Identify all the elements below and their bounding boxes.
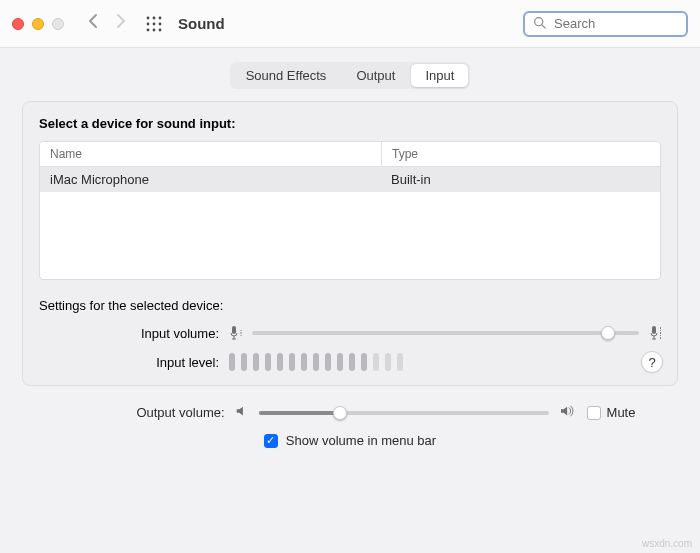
table-body: iMac Microphone Built-in (40, 167, 660, 279)
svg-point-5 (159, 22, 162, 25)
input-level-meter (229, 353, 403, 371)
level-bar (385, 353, 391, 371)
watermark: wsxdn.com (642, 538, 692, 549)
search-icon (533, 16, 546, 32)
select-device-title: Select a device for sound input: (39, 116, 661, 131)
mute-checkbox-group[interactable]: Mute (587, 405, 636, 420)
input-level-row: Input level: (39, 353, 661, 371)
level-bar (325, 353, 331, 371)
tab-output[interactable]: Output (342, 64, 409, 87)
search-input[interactable] (552, 15, 700, 32)
content: Sound Effects Output Input Select a devi… (0, 48, 700, 464)
mic-high-icon (649, 325, 662, 341)
svg-point-6 (147, 28, 150, 31)
menubar-checkbox[interactable]: ✓ (264, 434, 278, 448)
device-table: Name Type iMac Microphone Built-in (39, 141, 661, 280)
input-volume-slider[interactable] (252, 331, 639, 335)
mic-low-icon (229, 325, 242, 341)
output-volume-slider[interactable] (259, 411, 549, 415)
level-bar (373, 353, 379, 371)
forward-button[interactable] (112, 13, 130, 34)
mute-label: Mute (607, 405, 636, 420)
svg-point-4 (153, 22, 156, 25)
col-header-type[interactable]: Type (381, 142, 660, 166)
level-bar (313, 353, 319, 371)
apps-grid-icon[interactable] (146, 16, 162, 32)
svg-line-10 (542, 24, 545, 27)
window-title: Sound (178, 15, 225, 32)
input-volume-label: Input volume: (39, 326, 219, 341)
tab-input[interactable]: Input (411, 64, 468, 87)
table-header: Name Type (40, 142, 660, 167)
device-name: iMac Microphone (40, 167, 381, 192)
svg-point-8 (159, 28, 162, 31)
svg-point-0 (147, 16, 150, 19)
level-bar (361, 353, 367, 371)
input-volume-row: Input volume: (39, 325, 661, 341)
level-bar (349, 353, 355, 371)
tab-sound-effects[interactable]: Sound Effects (232, 64, 341, 87)
titlebar: Sound (0, 0, 700, 48)
svg-rect-14 (652, 326, 656, 334)
level-bar (229, 353, 235, 371)
level-bar (301, 353, 307, 371)
level-bar (277, 353, 283, 371)
speaker-high-icon (559, 404, 577, 421)
menubar-label: Show volume in menu bar (286, 433, 436, 448)
output-volume-label: Output volume: (65, 405, 225, 420)
svg-rect-11 (232, 326, 236, 334)
level-bar (397, 353, 403, 371)
svg-point-7 (153, 28, 156, 31)
level-bar (337, 353, 343, 371)
tab-bar: Sound Effects Output Input (22, 62, 678, 89)
input-panel: Select a device for sound input: Name Ty… (22, 101, 678, 386)
svg-point-1 (153, 16, 156, 19)
svg-point-2 (159, 16, 162, 19)
search-field[interactable] (523, 11, 688, 37)
level-bar (265, 353, 271, 371)
svg-point-3 (147, 22, 150, 25)
level-bar (289, 353, 295, 371)
level-bar (241, 353, 247, 371)
footer: Output volume: Mute ✓ Show volume in men… (22, 404, 678, 448)
window-controls (12, 18, 64, 30)
input-level-label: Input level: (39, 355, 219, 370)
settings-title: Settings for the selected device: (39, 298, 661, 313)
table-row[interactable]: iMac Microphone Built-in (40, 167, 660, 192)
zoom-icon (52, 18, 64, 30)
minimize-icon[interactable] (32, 18, 44, 30)
mute-checkbox[interactable] (587, 406, 601, 420)
speaker-low-icon (235, 404, 249, 421)
device-type: Built-in (381, 167, 660, 192)
help-button[interactable]: ? (641, 351, 663, 373)
level-bar (253, 353, 259, 371)
close-icon[interactable] (12, 18, 24, 30)
col-header-name[interactable]: Name (40, 142, 381, 166)
back-button[interactable] (84, 13, 102, 34)
